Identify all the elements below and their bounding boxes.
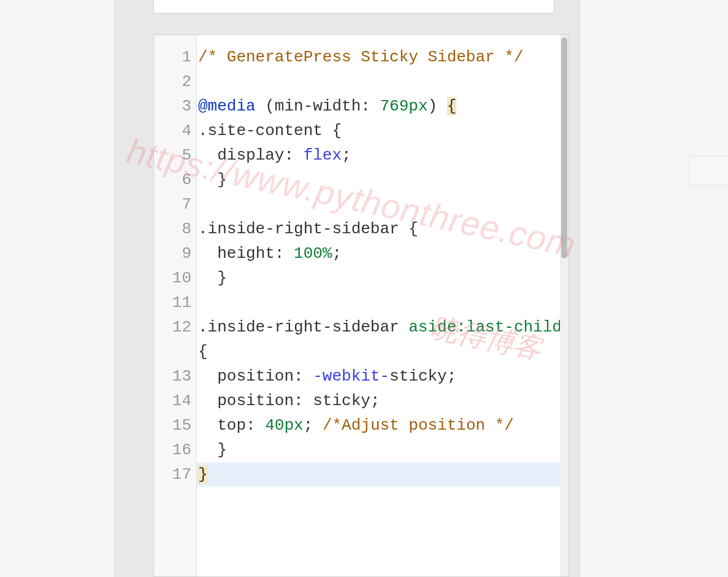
code-line[interactable]: height: 100%; [197, 241, 569, 266]
line-number: 5 [154, 143, 196, 168]
code-token: sticky [313, 392, 370, 410]
code-token [198, 416, 217, 435]
code-token: 40px [265, 416, 303, 435]
code-token: ; [342, 146, 351, 165]
code-token: } [217, 171, 227, 189]
code-line[interactable]: .inside-right-sidebar aside:last-child { [197, 315, 569, 364]
code-token: : [294, 367, 313, 385]
code-line[interactable]: @media (min-width: 769px) { [197, 94, 569, 118]
line-number: 14 [154, 389, 196, 413]
code-token: { [408, 220, 418, 238]
line-number: 9 [154, 241, 196, 266]
code-token [198, 171, 217, 189]
code-token: ( [256, 97, 275, 115]
line-number: 1 [154, 45, 196, 69]
code-token: ) [428, 97, 447, 115]
code-token: 100% [294, 244, 332, 263]
code-token [198, 367, 217, 385]
code-token: .inside-right-sidebar [198, 220, 408, 238]
scrollbar-track[interactable] [560, 35, 569, 576]
code-token: : [284, 146, 303, 165]
code-content[interactable]: /* GeneratePress Sticky Sidebar */@media… [197, 35, 569, 576]
code-token: .site-content [198, 122, 332, 140]
code-line[interactable]: } [197, 462, 569, 487]
code-token: ; [370, 392, 380, 410]
code-line[interactable]: .inside-right-sidebar { [197, 217, 569, 241]
code-token: .inside-right-sidebar [198, 318, 408, 336]
code-token: -webkit- [313, 367, 389, 385]
code-token: sticky [389, 367, 447, 385]
code-line[interactable]: /* GeneratePress Sticky Sidebar */ [197, 45, 569, 69]
line-number: 2 [154, 69, 196, 94]
code-token [198, 146, 217, 165]
code-token: /*Adjust position */ [323, 416, 514, 435]
line-number: 12 [154, 315, 196, 364]
code-area[interactable]: 1234567891011121314151617 /* GeneratePre… [154, 35, 569, 576]
code-line[interactable]: } [197, 168, 569, 192]
code-token: top [217, 416, 246, 435]
code-line[interactable] [197, 290, 569, 315]
code-token: @media [198, 97, 256, 115]
right-panel-stub [689, 156, 728, 185]
code-token: : [294, 392, 313, 410]
code-token: position [217, 392, 294, 410]
code-line[interactable]: top: 40px; /*Adjust position */ [197, 413, 569, 438]
code-line[interactable] [197, 69, 569, 94]
code-token: { [198, 343, 208, 361]
line-number: 10 [154, 266, 196, 290]
line-number: 7 [154, 192, 196, 217]
line-number: 16 [154, 438, 196, 462]
code-editor[interactable]: 1234567891011121314151617 /* GeneratePre… [153, 34, 569, 577]
code-line[interactable] [197, 192, 569, 217]
code-line[interactable]: .site-content { [197, 118, 569, 143]
code-token: position [217, 367, 294, 385]
code-token: : [275, 244, 294, 263]
top-panel-stub [153, 0, 554, 14]
code-token: flex [304, 146, 342, 165]
line-number-gutter: 1234567891011121314151617 [154, 35, 197, 576]
code-token: { [332, 122, 342, 140]
line-number: 4 [154, 118, 196, 143]
code-token: } [217, 441, 227, 459]
code-token: height [217, 244, 275, 263]
line-number: 17 [154, 462, 196, 487]
code-token: display [217, 146, 284, 165]
code-token [198, 392, 217, 410]
code-token: /* GeneratePress Sticky Sidebar */ [198, 48, 524, 66]
scrollbar-thumb[interactable] [561, 37, 567, 258]
code-token: ; [447, 367, 457, 385]
code-token: : [246, 416, 265, 435]
line-number: 6 [154, 168, 196, 192]
line-number: 13 [154, 364, 196, 389]
code-line[interactable]: position: -webkit-sticky; [197, 364, 569, 389]
code-token: 769px [380, 97, 428, 115]
line-number: 15 [154, 413, 196, 438]
code-line[interactable]: display: flex; [197, 143, 569, 168]
code-token [198, 269, 217, 287]
code-token: } [217, 269, 227, 287]
code-token: : [361, 97, 380, 115]
code-token: min-width [275, 97, 361, 115]
line-number: 3 [154, 94, 196, 118]
code-token: } [198, 465, 208, 484]
line-number: 8 [154, 217, 196, 241]
code-token [198, 441, 217, 459]
code-token: ; [332, 244, 342, 263]
code-token [198, 244, 217, 263]
code-token: ; [304, 416, 323, 435]
code-line[interactable]: } [197, 438, 569, 462]
code-token: aside:last-child [408, 318, 571, 336]
code-line[interactable]: } [197, 266, 569, 290]
line-number: 11 [154, 290, 196, 315]
code-token: { [447, 97, 457, 115]
code-line[interactable]: position: sticky; [197, 389, 569, 413]
